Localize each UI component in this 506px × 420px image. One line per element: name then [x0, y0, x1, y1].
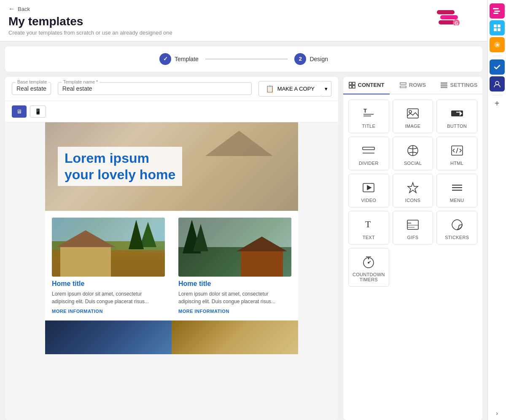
- mobile-icon: 📱: [35, 108, 41, 115]
- divider-block-icon: [362, 144, 375, 157]
- bottom-img-bg-1: [45, 320, 172, 354]
- svg-rect-17: [407, 109, 418, 118]
- svg-rect-5: [349, 82, 352, 85]
- icons-block-icon: [406, 181, 420, 194]
- step-line: [205, 59, 288, 59]
- step-2-number: 2: [299, 56, 302, 62]
- block-html-label: HTML: [450, 161, 463, 166]
- blocks-grid: T TITLE IMAGE: [343, 94, 482, 292]
- block-html[interactable]: HTML: [436, 137, 477, 170]
- gifs-block-icon: [406, 218, 420, 232]
- hero-title: Lorem ipsum: [65, 150, 175, 166]
- card-1-body: Lorem ipsum dolor sit amet, consectetur …: [52, 290, 165, 305]
- settings-tab-icon: [441, 82, 447, 89]
- back-arrow-icon: ←: [8, 5, 15, 13]
- sidebar-expand-button[interactable]: ›: [496, 410, 498, 417]
- stepper: ✓ Template 2 Design: [159, 53, 328, 65]
- card-2-more-info[interactable]: MORE INFORMATION: [178, 309, 291, 314]
- sidebar-app-2[interactable]: [490, 20, 505, 35]
- block-menu[interactable]: MENU: [436, 174, 477, 207]
- social-block-icon: [406, 144, 420, 157]
- content-tab-icon: [349, 82, 355, 89]
- sidebar-app-4[interactable]: [490, 59, 505, 75]
- block-text-label: TEXT: [363, 235, 375, 240]
- block-stickers[interactable]: STICKERS: [436, 211, 477, 245]
- sidebar-divider-2: [492, 95, 502, 95]
- page-header: ← Back My templates Create your template…: [0, 0, 487, 41]
- step-1-check: ✓: [163, 56, 168, 62]
- base-template-field: Base template Real estate: [12, 82, 51, 95]
- sidebar-app-5[interactable]: [490, 76, 505, 92]
- bottom-image-1: [45, 320, 172, 354]
- menu-block-icon: [450, 181, 464, 194]
- block-stickers-label: STICKERS: [445, 235, 469, 240]
- stepper-container: ✓ Template 2 Design: [5, 46, 482, 72]
- hero-text-box: Lorem ipsum your lovely home: [58, 147, 182, 186]
- make-copy-label: MAKE A COPY: [277, 86, 315, 92]
- step-1-label: Template: [175, 56, 199, 62]
- step-2-label: Design: [310, 56, 328, 62]
- svg-rect-22: [363, 147, 374, 150]
- svg-line-27: [456, 148, 458, 153]
- block-menu-label: MENU: [450, 198, 464, 203]
- video-block-icon: [362, 181, 375, 194]
- step-1-circle: ✓: [159, 53, 171, 65]
- sidebar-add-button[interactable]: +: [495, 99, 500, 108]
- back-button[interactable]: ← Back: [8, 5, 479, 13]
- svg-marker-30: [408, 183, 418, 193]
- svg-rect-9: [400, 83, 406, 84]
- block-social[interactable]: SOCIAL: [393, 137, 433, 170]
- rows-tab-icon: [400, 82, 406, 89]
- content-cell-1: Home title Lorem ipsum dolor sit amet, c…: [45, 211, 172, 320]
- bottom-img-bg-2: [172, 320, 298, 354]
- step-2-circle: 2: [294, 53, 306, 65]
- right-sidebar: ★ + ›: [487, 0, 506, 420]
- block-text[interactable]: T TEXT: [348, 211, 389, 245]
- template-name-field[interactable]: Template name * Real estate: [58, 82, 252, 95]
- tab-content[interactable]: CONTENT: [343, 77, 390, 94]
- svg-rect-10: [400, 86, 406, 88]
- tab-rows[interactable]: ROWS: [390, 77, 436, 94]
- sidebar-app-1[interactable]: [490, 3, 505, 19]
- make-copy-button[interactable]: 📋 MAKE A COPY: [258, 81, 322, 97]
- svg-rect-6: [353, 82, 355, 85]
- block-video[interactable]: VIDEO: [348, 174, 389, 207]
- hero-section: Lorem ipsum your lovely home: [45, 122, 298, 211]
- block-title[interactable]: T TITLE: [348, 100, 389, 133]
- desktop-icon: 🖥: [16, 108, 22, 115]
- image-block-icon: [406, 107, 420, 120]
- svg-marker-29: [367, 186, 371, 190]
- svg-text:T: T: [363, 108, 367, 114]
- page-subtitle: Create your templates from scratch or us…: [8, 30, 479, 36]
- block-image[interactable]: IMAGE: [393, 100, 433, 133]
- svg-rect-1: [440, 15, 458, 19]
- mobile-view-button[interactable]: 📱: [30, 105, 46, 118]
- content-row-1: Home title Lorem ipsum dolor sit amet, c…: [45, 211, 298, 320]
- base-template-label: Base template: [16, 79, 48, 84]
- content-area: Base template Real estate Template name …: [5, 77, 482, 420]
- sidebar-app-3[interactable]: ★: [490, 37, 505, 52]
- svg-text:★: ★: [495, 43, 500, 47]
- tab-settings[interactable]: SETTINGS: [436, 77, 482, 94]
- block-gifs[interactable]: GIFS: [393, 211, 433, 245]
- block-button-label: BUTTON: [447, 124, 467, 129]
- base-template-value: Real estate: [16, 85, 46, 92]
- block-social-label: SOCIAL: [404, 161, 422, 166]
- card-1-more-info[interactable]: MORE INFORMATION: [52, 309, 165, 314]
- back-label: Back: [18, 6, 30, 12]
- block-icons[interactable]: ICONS: [393, 174, 433, 207]
- canvas-area: Lorem ipsum your lovely home: [5, 122, 338, 420]
- html-block-icon: [450, 144, 464, 157]
- block-button[interactable]: BUTTON: [436, 100, 477, 133]
- block-gifs-label: GIFS: [407, 235, 419, 240]
- desktop-view-button[interactable]: 🖥: [12, 105, 27, 118]
- hero-subtitle: your lovely home: [65, 167, 175, 183]
- block-countdown[interactable]: COUNTDOWN TIMERS: [348, 248, 389, 287]
- card-2-body: Lorem ipsum dolor sit amet, consectetur …: [178, 290, 291, 305]
- svg-rect-0: [437, 10, 455, 14]
- make-copy-dropdown-button[interactable]: ▾: [321, 81, 331, 97]
- block-icons-label: ICONS: [405, 198, 420, 203]
- block-divider[interactable]: DIVIDER: [348, 137, 389, 170]
- bottom-image-2: [172, 320, 298, 354]
- svg-rect-13: [441, 87, 447, 88]
